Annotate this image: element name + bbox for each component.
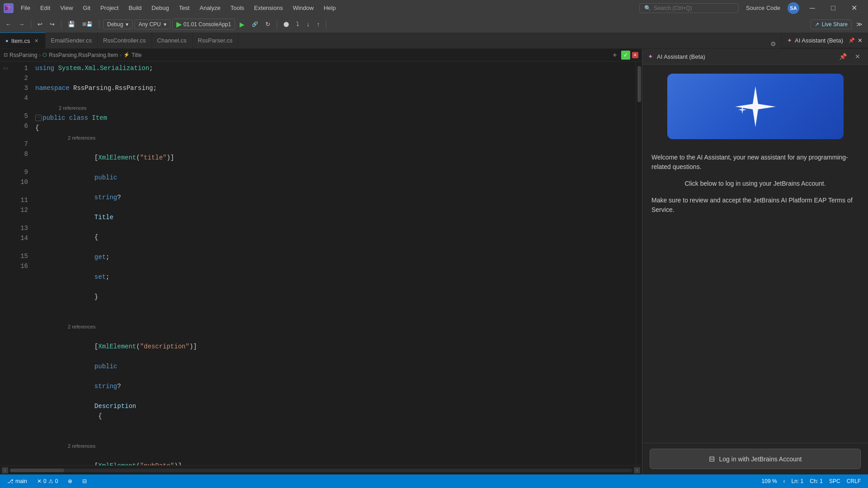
- status-encoding[interactable]: SPC: [826, 478, 843, 484]
- breakpoint-button[interactable]: ⬤: [281, 20, 292, 28]
- run-button-secondary[interactable]: ▶: [237, 19, 247, 29]
- tab-channel[interactable]: Channel.cs: [152, 33, 193, 48]
- status-map-icon[interactable]: ⊟: [80, 478, 90, 484]
- status-ch[interactable]: Ch: 1: [807, 478, 826, 484]
- user-avatar[interactable]: SA: [788, 2, 799, 14]
- redo-button[interactable]: ↪: [47, 19, 57, 29]
- code-editor[interactable]: <> 1 2 3 4 5 6 7 8 9 10 11 12: [0, 61, 642, 465]
- scrollbar-thumb[interactable]: [637, 66, 641, 102]
- scroll-right-button[interactable]: ›: [634, 467, 640, 474]
- breadcrumb-sep-1: ›: [39, 52, 41, 58]
- minimize-button[interactable]: ─: [802, 0, 823, 16]
- code-line-4: [32, 93, 636, 103]
- brace-open: {: [35, 123, 39, 133]
- tab-close-item[interactable]: ✕: [33, 38, 40, 44]
- maximize-button[interactable]: □: [823, 0, 844, 16]
- breadcrumb-error-indicator: ✕: [632, 52, 638, 58]
- status-errors[interactable]: ✕ 0 ⚠ 0: [34, 478, 61, 484]
- scrollbar-track[interactable]: [636, 61, 642, 465]
- menu-file[interactable]: File: [16, 3, 35, 13]
- linenum-15: 15: [13, 251, 28, 261]
- run-controls[interactable]: ▶ 01.01 ConsoleApp1: [172, 19, 235, 30]
- menu-git[interactable]: Git: [78, 3, 95, 13]
- kw-using: using: [35, 63, 54, 73]
- code-line-7: [XmlElement("title")] public string? Tit…: [32, 143, 636, 312]
- ai-login-button[interactable]: ⊟ Log in with JetBrains Account: [650, 449, 861, 469]
- menu-extensions[interactable]: Extensions: [250, 3, 288, 13]
- undo-button[interactable]: ↩: [35, 19, 45, 29]
- status-line-ending[interactable]: CRLF: [844, 478, 863, 484]
- menu-edit[interactable]: Edit: [36, 3, 55, 13]
- status-ln[interactable]: Ln: 1: [789, 478, 807, 484]
- menu-project[interactable]: Project: [96, 3, 123, 13]
- namespace-label[interactable]: RssParsing: [9, 52, 37, 58]
- ns-serial: Serialization: [100, 63, 149, 73]
- source-code-label: Source Code: [741, 5, 785, 11]
- scroll-bar-horizontal[interactable]: [10, 469, 632, 472]
- save-button[interactable]: 💾: [65, 19, 78, 29]
- member-label[interactable]: Title: [132, 52, 142, 58]
- titlebar: File Edit View Git Project Build Debug T…: [0, 0, 868, 16]
- tab-label-rssparser: RssParser.cs: [198, 37, 233, 44]
- linenum-ref-5: [13, 103, 28, 111]
- window-controls: ─ □ ✕: [802, 0, 864, 16]
- menu-debug[interactable]: Debug: [147, 3, 173, 13]
- class-path-label[interactable]: RssParsing.RssParsing.Item: [49, 52, 118, 58]
- tab-rsscontroller[interactable]: RssController.cs: [98, 33, 152, 48]
- menu-test[interactable]: Test: [175, 3, 194, 13]
- platform-dropdown[interactable]: Any CPU ▾: [134, 19, 170, 29]
- linenum-ref-9: [13, 159, 28, 167]
- error-icon: ✕: [37, 478, 42, 484]
- menu-help[interactable]: Help: [319, 3, 340, 13]
- ai-assistant-tab[interactable]: ✦ AI Assistant (Beta) 📌 ✕: [781, 33, 868, 48]
- menu-window[interactable]: Window: [288, 3, 318, 13]
- ai-tab-close[interactable]: ✕: [858, 37, 863, 44]
- step-out-button[interactable]: ↑: [314, 19, 323, 29]
- tabbar: ● Item.cs ✕ EmailSender.cs RssController…: [0, 33, 868, 49]
- kw-public-5: public: [42, 113, 65, 123]
- menu-view[interactable]: View: [56, 3, 77, 13]
- debug-config-dropdown[interactable]: Debug ▾: [103, 19, 132, 29]
- live-share-button[interactable]: ↗ Live Share: [811, 19, 852, 29]
- more-options-button[interactable]: ≫: [854, 19, 865, 29]
- forward-button[interactable]: →: [16, 19, 27, 29]
- step-in-button[interactable]: ↓: [304, 19, 312, 29]
- save-all-button[interactable]: ⊞💾: [80, 20, 95, 28]
- back-button[interactable]: ←: [3, 19, 14, 29]
- attach-button[interactable]: 🔗: [249, 20, 261, 28]
- code-line-2: [32, 73, 636, 83]
- tab-settings-button[interactable]: ⚙: [768, 39, 778, 48]
- search-box[interactable]: 🔍: [639, 3, 739, 13]
- tab-rssparser[interactable]: RssParser.cs: [193, 33, 239, 48]
- linenum-7: 7: [13, 139, 28, 149]
- ai-tab-pin[interactable]: 📌: [849, 38, 855, 43]
- cls-item: Item: [92, 113, 107, 123]
- status-scroll-left[interactable]: ‹: [781, 478, 788, 484]
- collapse-icon-5[interactable]: −: [35, 115, 42, 121]
- menu-analyze[interactable]: Analyze: [195, 3, 225, 13]
- scroll-thumb-horizontal[interactable]: [10, 469, 64, 472]
- tab-item-cs[interactable]: ● Item.cs ✕: [0, 33, 46, 48]
- ai-hero-banner: [667, 74, 844, 139]
- ai-panel-pin-button[interactable]: 📌: [837, 52, 849, 61]
- refresh-button[interactable]: ↻: [263, 19, 273, 29]
- close-button[interactable]: ✕: [844, 0, 864, 16]
- ai-panel-close-button[interactable]: ✕: [853, 52, 863, 61]
- tab-emailsender[interactable]: EmailSender.cs: [46, 33, 98, 48]
- linenum-10: 10: [13, 177, 28, 187]
- horizontal-scrollbar[interactable]: ‹ ›: [0, 465, 642, 474]
- status-cursor-icon[interactable]: ⊕: [65, 478, 75, 484]
- step-over-button[interactable]: ⤵: [293, 19, 302, 29]
- editor-area: ⊡ RssParsing › ⬡ RssParsing.RssParsing.I…: [0, 49, 642, 474]
- menu-build[interactable]: Build: [124, 3, 146, 13]
- ai-tab-label: AI Assistant (Beta): [795, 37, 843, 44]
- breadcrumb-add-button[interactable]: +: [610, 51, 619, 60]
- scroll-left-button[interactable]: ‹: [2, 467, 8, 474]
- project-label: 01.01 ConsoleApp1: [184, 21, 231, 28]
- search-input[interactable]: [654, 5, 734, 11]
- status-zoom[interactable]: 109 %: [759, 478, 780, 484]
- code-content[interactable]: using System.Xml.Serialization; namespac…: [32, 61, 636, 465]
- menu-tools[interactable]: Tools: [226, 3, 249, 13]
- breadcrumb-check-indicator: ✓: [621, 51, 630, 60]
- status-branch[interactable]: ⎇ main: [5, 478, 30, 484]
